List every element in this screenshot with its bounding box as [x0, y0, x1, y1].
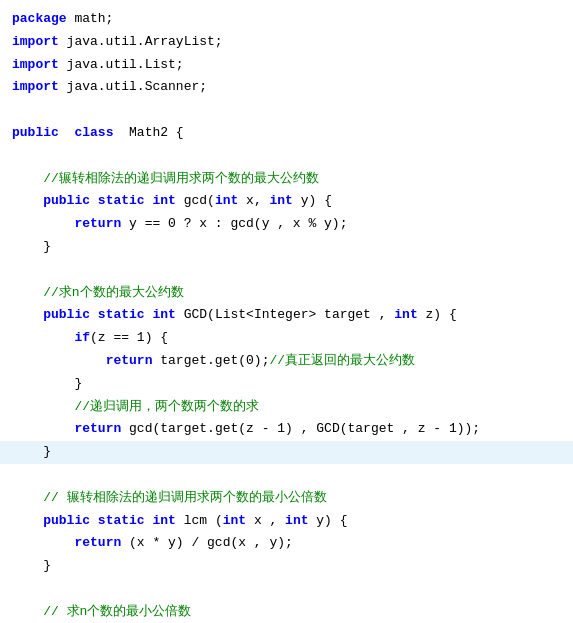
code-line-7 [0, 145, 573, 168]
code-line-6: public class Math2 { [0, 122, 573, 145]
code-line-5 [0, 99, 573, 122]
code-line-17: } [0, 373, 573, 396]
code-line-9: public static int gcd(int x, int y) { [0, 190, 573, 213]
code-line-20: } [0, 441, 573, 464]
code-line-12 [0, 259, 573, 282]
code-editor: package math; import java.util.ArrayList… [0, 0, 573, 623]
code-line-13: //求n个数的最大公约数 [0, 282, 573, 305]
code-line-11: } [0, 236, 573, 259]
code-line-24: return (x * y) / gcd(x , y); [0, 532, 573, 555]
code-line-27: // 求n个数的最小公倍数 [0, 601, 573, 623]
code-line-10: return y == 0 ? x : gcd(y , x % y); [0, 213, 573, 236]
code-line-23: public static int lcm (int x , int y) { [0, 510, 573, 533]
code-line-19: return gcd(target.get(z - 1) , GCD(targe… [0, 418, 573, 441]
code-line-15: if(z == 1) { [0, 327, 573, 350]
code-line-26 [0, 578, 573, 601]
code-line-18: //递归调用，两个数两个数的求 [0, 396, 573, 419]
code-line-21 [0, 464, 573, 487]
code-line-4: import java.util.Scanner; [0, 76, 573, 99]
code-line-22: // 辗转相除法的递归调用求两个数的最小公倍数 [0, 487, 573, 510]
code-line-14: public static int GCD(List<Integer> targ… [0, 304, 573, 327]
code-line-3: import java.util.List; [0, 54, 573, 77]
code-line-1: package math; [0, 8, 573, 31]
code-line-25: } [0, 555, 573, 578]
code-line-2: import java.util.ArrayList; [0, 31, 573, 54]
code-line-16: return target.get(0);//真正返回的最大公约数 [0, 350, 573, 373]
code-line-8: //辗转相除法的递归调用求两个数的最大公约数 [0, 168, 573, 191]
